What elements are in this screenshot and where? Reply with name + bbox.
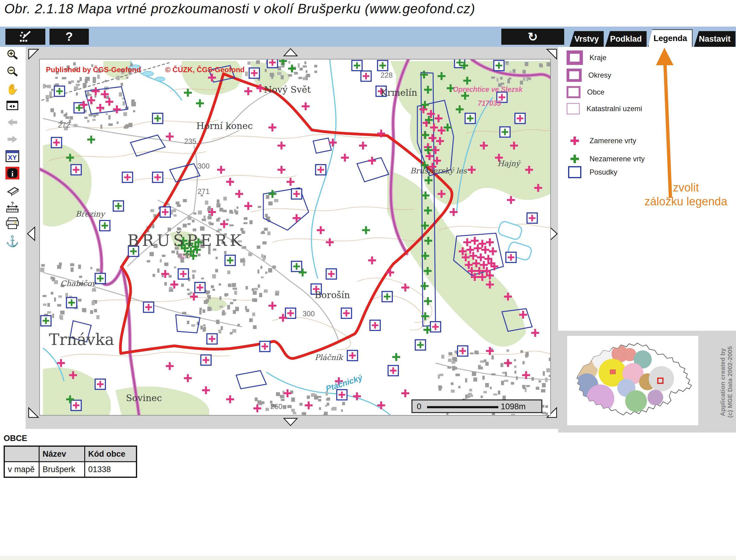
legend-swatch — [567, 69, 582, 82]
map-label: 271 — [198, 187, 210, 195]
vrt-mark — [220, 220, 228, 228]
map-label: 717035 — [478, 99, 501, 107]
vrt-mark — [471, 237, 479, 245]
tab-vrstvy[interactable]: Vrstvy — [570, 31, 604, 47]
xy-coordinates-icon: XY — [5, 150, 19, 163]
vrt-mark — [87, 136, 95, 143]
map-label: Hajný — [497, 159, 521, 168]
vrt-mark — [287, 178, 294, 186]
vrt-mark — [196, 99, 204, 107]
pan-hand-icon: ✋ — [6, 83, 19, 95]
anchor-icon: ⚓ — [6, 235, 19, 248]
annotation-arrow — [649, 45, 686, 202]
map-frame: BRUŠPERKTrnávkaHorní konecNový SvětKrmel… — [26, 47, 559, 429]
pan-down-arrow[interactable] — [283, 417, 298, 428]
legend-symbol-zamerene-vrty: Zamerene vrty — [567, 134, 636, 148]
refresh-icon: ↻ — [528, 30, 538, 44]
map-label: Oprechtice ve Slezsk — [453, 85, 523, 93]
pan-downleft-arrow[interactable] — [28, 407, 39, 420]
info-icon: i — [5, 167, 19, 181]
pan-hand-tool[interactable]: ✋ — [5, 82, 20, 97]
vrt-mark — [105, 98, 113, 106]
annotation-text: zvolit záložku legenda — [636, 181, 736, 208]
legend-layer-okresy: Okresy — [567, 69, 611, 82]
magic-wand-icon — [19, 30, 32, 43]
legend-label: Posudky — [590, 168, 617, 176]
column-header — [4, 446, 39, 462]
obce-table: NázevKód obcev mapěBrušperk01338 — [4, 446, 137, 478]
eraser-icon — [5, 184, 19, 197]
legend-label: Okresy — [588, 71, 611, 79]
square-icon — [567, 165, 583, 179]
zoom-out-icon — [6, 65, 19, 79]
map-label: 235 — [184, 137, 196, 145]
magic-wand-button[interactable] — [5, 29, 45, 45]
vrt-mark — [268, 190, 276, 198]
legend-label: Kraje — [590, 53, 606, 62]
map-viewport[interactable]: BRUŠPERKTrnávkaHorní konecNový SvětKrmel… — [39, 59, 551, 416]
xy-coordinates-tool[interactable]: XY — [5, 149, 20, 164]
overview-map[interactable] — [567, 336, 698, 425]
refresh-button[interactable]: ↻ — [501, 29, 564, 45]
overview-credit-line1: Application created by — [719, 337, 726, 427]
vrt-mark — [244, 87, 252, 95]
legend-layer-obce: Obce — [567, 86, 604, 98]
back-icon — [6, 116, 19, 130]
column-header: Kód obce — [85, 446, 137, 462]
print-tool[interactable] — [5, 217, 20, 232]
vrt-mark — [362, 226, 370, 234]
vrt-mark — [377, 401, 385, 409]
v-mape-link[interactable]: v mapě — [4, 462, 39, 478]
map-label: Trnávka — [49, 330, 114, 349]
svg-text:i: i — [11, 169, 13, 178]
forward-tool[interactable] — [5, 132, 20, 147]
map-label: Brušperský les — [410, 166, 467, 175]
tab-legenda[interactable]: Legenda — [648, 29, 693, 47]
pan-left-arrow[interactable] — [27, 226, 36, 243]
table-cell: 01338 — [85, 462, 137, 478]
map-label: BRUŠPERK — [127, 231, 245, 249]
zoom-in-tool[interactable] — [5, 48, 20, 63]
table-row: v mapěBrušperk01338 — [4, 462, 137, 478]
vrt-mark — [317, 226, 325, 234]
vrt-mark — [217, 166, 225, 174]
vrt-mark — [166, 362, 174, 370]
pan-up-arrow[interactable] — [283, 48, 298, 58]
legend-layer-kraje: Kraje — [567, 50, 606, 65]
full-extent-tool[interactable] — [5, 98, 20, 114]
vrt-mark — [486, 238, 494, 246]
map-label: 300 — [198, 162, 210, 170]
vrt-mark — [401, 284, 409, 291]
forward-icon — [6, 133, 19, 147]
vrt-mark — [305, 401, 313, 409]
annotation-line1: zvolit — [636, 181, 736, 195]
tab-podklad[interactable]: Podklad — [605, 31, 647, 47]
measure-tool[interactable]: ? — [5, 200, 20, 215]
info-tool[interactable]: i — [5, 166, 20, 181]
vrt-mark — [293, 214, 301, 222]
vrt-mark — [184, 374, 192, 382]
vrt-mark — [253, 404, 261, 412]
vrt-mark — [96, 104, 104, 112]
anchor-tool[interactable]: ⚓ — [5, 234, 20, 249]
vrt-mark — [226, 178, 234, 186]
help-button[interactable]: ? — [50, 29, 89, 45]
zoom-out-tool[interactable] — [5, 65, 20, 80]
vrt-mark — [401, 389, 409, 397]
scale-distance: 1098m — [501, 402, 526, 411]
eraser-tool[interactable] — [5, 183, 20, 198]
vrt-mark — [507, 196, 515, 204]
vrt-mark — [392, 353, 400, 361]
pan-upleft-arrow[interactable] — [28, 48, 39, 61]
legend-label: Zamerene vrty — [590, 137, 636, 145]
zoom-in-icon — [6, 48, 19, 63]
full-extent-icon — [6, 99, 19, 113]
vrt-mark — [235, 190, 243, 198]
back-tool[interactable] — [5, 115, 20, 130]
page-title: Obr. 2.1.18 Mapa vrtné prozkoumanosti v … — [4, 1, 475, 16]
vrt-mark — [268, 302, 276, 310]
legend-label: Nezamerene vrty — [590, 155, 645, 163]
map-label: Pláčník — [315, 353, 344, 362]
tab-nastavit[interactable]: Nastavit — [694, 31, 735, 47]
table-heading: OBCE — [4, 434, 137, 443]
